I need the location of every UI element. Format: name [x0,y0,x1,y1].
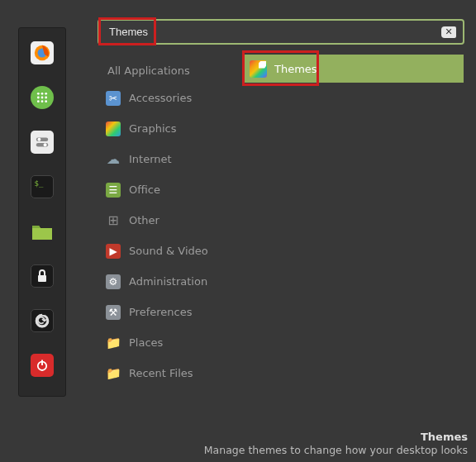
category-label: Sound & Video [129,245,208,257]
svg-point-3 [41,93,44,95]
footer-title: Themes [204,431,468,443]
folder-icon: 📁 [106,366,121,381]
category-label: Other [129,214,159,226]
category-label: Office [129,183,160,196]
svg-point-4 [45,93,47,95]
svg-point-7 [45,97,47,99]
svg-point-10 [45,100,47,102]
category-recent-files[interactable]: 📁 Recent Files [102,358,235,388]
svg-point-12 [37,138,40,141]
category-label: Places [129,336,163,349]
svg-point-14 [44,143,47,146]
category-label: Administration [129,275,207,288]
result-label: Themes [274,63,317,75]
category-preferences[interactable]: ⚒ Preferences [102,297,235,327]
category-sound-video[interactable]: ▶ Sound & Video [102,236,235,266]
category-graphics[interactable]: Graphics [102,113,235,144]
search-result-themes[interactable]: Themes [242,55,464,83]
firefox-icon[interactable] [31,41,54,64]
admin-icon: ⚙ [106,274,121,289]
lock-icon[interactable] [31,264,54,288]
category-label: Graphics [129,122,176,135]
svg-point-9 [41,100,44,102]
footer-desc: Manage themes to change how your desktop… [204,444,468,456]
svg-point-6 [41,97,44,99]
power-icon[interactable] [31,354,54,377]
grid-icon: ⊞ [106,213,121,228]
graphics-icon [106,121,121,136]
favorites-bar: $_ ⟳ [18,27,66,397]
cloud-icon: ☁ [106,152,121,167]
scissors-icon: ✂ [106,91,121,106]
category-all-applications[interactable]: All Applications [102,58,235,83]
category-label: Internet [129,153,172,165]
preferences-icon: ⚒ [106,305,121,320]
apps-grid-icon[interactable] [31,86,54,109]
category-accessories[interactable]: ✂ Accessories [102,83,235,113]
category-places[interactable]: 📁 Places [102,327,235,358]
svg-point-2 [37,93,40,95]
folder-icon: 📁 [106,336,121,350]
category-administration[interactable]: ⚙ Administration [102,266,235,297]
svg-point-8 [37,100,40,102]
clear-search-icon[interactable]: ✕ [441,26,456,38]
category-list: All Applications ✂ Accessories Graphics … [102,58,235,388]
terminal-icon[interactable]: $_ [31,175,54,198]
themes-app-icon [250,60,267,78]
search-input[interactable] [109,26,441,38]
category-label: All Applications [107,64,190,77]
svg-rect-15 [38,275,46,282]
office-icon: ☰ [106,183,121,198]
svg-point-5 [37,97,40,99]
search-field[interactable]: ✕ [98,20,464,44]
category-label: Preferences [129,306,192,318]
logout-icon[interactable]: ⟳ [31,309,54,332]
category-label: Accessories [129,92,192,104]
category-other[interactable]: ⊞ Other [102,205,235,236]
category-internet[interactable]: ☁ Internet [102,144,235,174]
category-label: Recent Files [129,367,193,379]
app-description: Themes Manage themes to change how your … [204,431,468,456]
settings-toggle-icon[interactable] [31,131,54,154]
category-office[interactable]: ☰ Office [102,174,235,205]
play-icon: ▶ [106,244,121,259]
files-icon[interactable] [31,220,54,243]
